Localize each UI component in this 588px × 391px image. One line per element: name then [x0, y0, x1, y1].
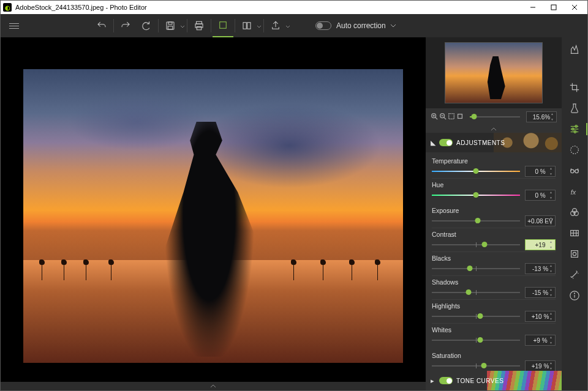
adj-exposure: Exposure +0.08 EV▲▼ [432, 206, 556, 228]
share-dropdown[interactable] [286, 22, 291, 29]
save-button[interactable] [160, 14, 181, 37]
print-button[interactable] [189, 14, 209, 37]
temperature-slider[interactable] [432, 171, 520, 172]
maximize-button[interactable] [543, 1, 564, 14]
tonecurves-header[interactable]: ▸ TONE CURVES [426, 371, 562, 390]
zoom-in-icon[interactable] [431, 113, 438, 121]
marquee-select-tool[interactable] [565, 143, 584, 157]
whites-slider[interactable] [432, 340, 520, 341]
sliders-tool[interactable] [565, 122, 584, 136]
blacks-slider[interactable] [432, 268, 520, 269]
frame-tool[interactable] [565, 247, 584, 261]
app-icon: ◐ [3, 3, 12, 12]
tonecurves-toggle[interactable] [439, 377, 453, 384]
adjustments-body: Temperature 0 %▲▼ Hue 0 %▲▼ Exposure +0.… [426, 152, 562, 371]
adjustments-header[interactable]: ◣ ADJUSTMENTS [426, 133, 562, 152]
compare-tool[interactable] [236, 14, 257, 37]
shadows-slider[interactable] [432, 292, 520, 293]
main: 15.6%▲▼ ◣ ADJUSTMENTS Temperature 0 %▲▼ … [1, 37, 587, 390]
close-button[interactable] [564, 1, 585, 14]
menu-button[interactable] [4, 14, 24, 37]
preview-thumb[interactable] [445, 42, 543, 103]
adjustments-toggle[interactable] [439, 139, 453, 146]
svg-rect-12 [247, 23, 251, 29]
bottom-collapse[interactable] [1, 382, 426, 390]
svg-point-43 [575, 293, 575, 294]
svg-line-18 [444, 117, 446, 119]
exposure-value[interactable]: +0.08 EV▲▼ [525, 215, 556, 226]
adj-saturation: Saturation +19 %▲▼ [432, 351, 556, 371]
saturation-value[interactable]: +19 %▲▼ [525, 360, 556, 371]
adj-whites: Whites +9 %▲▼ [432, 325, 556, 347]
svg-point-28 [571, 146, 579, 154]
svg-rect-9 [197, 27, 202, 30]
histogram-tool[interactable] [565, 42, 584, 57]
whites-value[interactable]: +9 %▲▼ [525, 335, 556, 346]
minimize-button[interactable] [522, 1, 543, 14]
fx-tool[interactable]: fx [565, 184, 584, 199]
svg-rect-20 [449, 114, 454, 119]
highlights-slider[interactable] [432, 316, 520, 317]
contrast-slider[interactable] [432, 244, 520, 245]
saturation-slider[interactable] [432, 365, 520, 367]
svg-point-40 [573, 252, 576, 255]
adj-blacks: Blacks -13 %▲▼ [432, 253, 556, 276]
auto-correction[interactable]: Auto correction [315, 21, 396, 30]
caret-icon: ▸ [431, 377, 435, 385]
hue-slider[interactable] [432, 195, 520, 196]
blacks-value[interactable]: -13 %▲▼ [525, 263, 556, 274]
temperature-value[interactable]: 0 %▲▼ [525, 166, 556, 177]
glasses-tool[interactable] [565, 163, 584, 178]
app-window: ◐ AdobeStock_244133570.jpeg - Photo Edit… [0, 0, 588, 391]
save-dropdown[interactable] [181, 22, 186, 29]
redo-button[interactable] [115, 14, 136, 37]
zoom-slider[interactable] [470, 116, 520, 117]
tonecurves-label: TONE CURVES [456, 378, 503, 384]
svg-rect-6 [168, 26, 173, 29]
channels-tool[interactable] [565, 205, 584, 220]
highlights-value[interactable]: +10 %▲▼ [525, 311, 556, 322]
grid-tool[interactable] [565, 226, 584, 240]
svg-line-14 [435, 117, 437, 119]
preview [426, 37, 562, 108]
svg-text:fx: fx [571, 188, 576, 196]
adj-shadows: Shadows -15 %▲▼ [432, 277, 556, 300]
wand-tool[interactable] [565, 267, 584, 282]
auto-correction-toggle[interactable] [315, 21, 331, 30]
window-title: AdobeStock_244133570.jpeg - Photo Editor [15, 4, 522, 11]
info-tool[interactable] [565, 288, 584, 303]
adj-temperature: Temperature 0 %▲▼ [432, 156, 556, 179]
right-panel: 15.6%▲▼ ◣ ADJUSTMENTS Temperature 0 %▲▼ … [426, 37, 562, 390]
caret-icon: ◣ [431, 139, 435, 147]
svg-rect-7 [197, 21, 202, 24]
compare-dropdown[interactable] [257, 22, 262, 29]
adj-hue: Hue 0 %▲▼ [432, 180, 556, 202]
zoom-out-icon[interactable] [439, 113, 447, 121]
exposure-slider[interactable] [432, 220, 520, 222]
shadows-value[interactable]: -15 %▲▼ [525, 287, 556, 298]
canvas[interactable] [1, 37, 426, 382]
zoom-fit-icon[interactable] [448, 113, 455, 121]
collapse-up[interactable] [426, 125, 562, 133]
share-button[interactable] [265, 14, 286, 37]
svg-rect-39 [571, 251, 578, 258]
svg-rect-10 [220, 22, 227, 29]
svg-rect-11 [243, 23, 246, 29]
svg-rect-21 [458, 114, 462, 119]
svg-rect-5 [168, 22, 172, 24]
zoom-row: 15.6%▲▼ [426, 108, 562, 125]
adj-contrast: Contrast +19▲▼ [432, 229, 556, 252]
adjustments-label: ADJUSTMENTS [456, 140, 505, 146]
tool-strip: fx [562, 37, 587, 390]
undo-button[interactable] [91, 14, 112, 37]
hue-value[interactable]: 0 %▲▼ [525, 190, 556, 201]
marquee-tool[interactable] [213, 14, 233, 37]
revert-button[interactable] [136, 14, 157, 37]
lab-tool[interactable] [565, 101, 584, 116]
canvas-area [1, 37, 426, 390]
zoom-value[interactable]: 15.6%▲▼ [526, 111, 557, 122]
zoom-100-icon[interactable] [456, 113, 464, 121]
toolbar: Auto correction [1, 14, 587, 37]
crop-tool[interactable] [565, 80, 584, 95]
contrast-value[interactable]: +19▲▼ [525, 239, 556, 250]
